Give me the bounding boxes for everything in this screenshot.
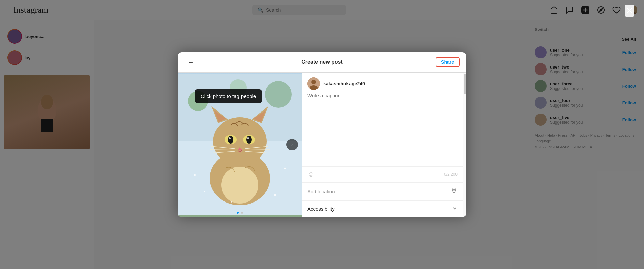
photo-dots	[237, 212, 243, 214]
modal-body: Click photo to tag people ›	[178, 73, 466, 217]
svg-point-17	[221, 167, 258, 204]
caption-user-row: kakashihokage249	[302, 73, 463, 93]
close-button[interactable]: ✕	[625, 5, 634, 17]
svg-point-28	[247, 137, 249, 139]
svg-line-31	[210, 150, 235, 150]
accessibility-row[interactable]: Accessibility	[302, 200, 463, 217]
svg-point-13	[265, 81, 292, 108]
svg-point-39	[274, 194, 276, 196]
caption-avatar	[307, 77, 320, 90]
caption-footer: ☺ 0/2,200	[302, 166, 463, 182]
modal-share-button[interactable]: Share	[436, 57, 460, 67]
svg-point-25	[228, 136, 233, 144]
tag-people-tooltip: Click photo to tag people	[195, 89, 262, 103]
chevron-right-icon: ›	[291, 142, 293, 148]
caption-username: kakashihokage249	[323, 81, 365, 86]
svg-line-34	[245, 150, 270, 150]
photo-next-button[interactable]: ›	[286, 139, 298, 150]
svg-point-37	[284, 167, 286, 169]
modal-header: ← Create new post Share	[178, 52, 466, 73]
emoji-icon[interactable]: ☺	[307, 170, 315, 179]
photo-dot-1	[237, 212, 239, 214]
svg-point-36	[194, 174, 196, 176]
modal-back-button[interactable]: ←	[184, 57, 197, 68]
svg-point-27	[229, 137, 231, 139]
caption-scroll[interactable]: kakashihokage249	[302, 73, 463, 166]
scrollbar-thumb	[464, 74, 466, 94]
create-post-modal: ← Create new post Share	[178, 52, 466, 217]
caption-area: kakashihokage249 ☺ 0/2,200 Add location	[302, 73, 463, 217]
modal-scrollbar[interactable]	[463, 73, 466, 217]
svg-point-38	[204, 191, 205, 192]
svg-point-18	[213, 117, 267, 166]
caption-textarea[interactable]	[302, 93, 463, 133]
add-location-row[interactable]: Add location	[302, 182, 463, 200]
tag-tooltip-text: Click photo to tag people	[201, 93, 256, 99]
modal-title: Create new post	[301, 59, 343, 65]
svg-point-42	[311, 80, 316, 84]
char-count: 0/2,200	[444, 172, 458, 177]
svg-point-44	[453, 189, 455, 190]
photo-dot-2	[241, 212, 243, 214]
photo-area[interactable]: Click photo to tag people ›	[178, 73, 302, 217]
add-location-text: Add location	[307, 189, 335, 194]
location-icon	[451, 187, 458, 196]
svg-point-40	[231, 201, 232, 203]
accessibility-text: Accessibility	[307, 206, 335, 212]
chevron-down-icon	[452, 206, 458, 212]
svg-point-26	[246, 136, 252, 144]
